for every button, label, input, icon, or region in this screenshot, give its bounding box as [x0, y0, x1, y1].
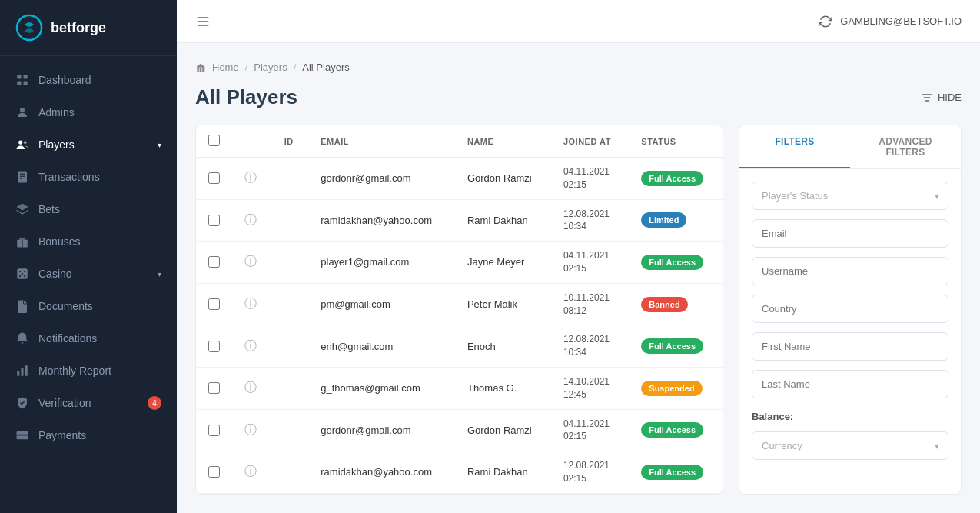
row-checkbox[interactable] [208, 172, 220, 184]
country-input[interactable] [752, 295, 948, 323]
row-checkbox[interactable] [208, 215, 220, 226]
table-row: ⓘ ramidakhan@yahoo.com Rami Dakhan 12.08… [196, 451, 723, 494]
balance-label: Balance: [752, 411, 948, 422]
row-info-cell: ⓘ [232, 367, 272, 409]
row-checkbox[interactable] [208, 425, 220, 436]
row-checkbox[interactable] [208, 256, 220, 268]
row-joined-cell: 12.08.202110:34 [551, 325, 629, 368]
svg-rect-4 [24, 82, 28, 85]
svg-rect-20 [17, 371, 19, 376]
refresh-icon[interactable] [819, 15, 832, 28]
row-info-cell: ⓘ [232, 283, 272, 325]
page-header: All Players HIDE [195, 85, 962, 109]
verification-badge: 4 [148, 396, 161, 410]
svg-point-19 [22, 273, 23, 275]
sidebar-nav: Dashboard Admins Players ▾ Transactions … [0, 56, 177, 513]
sidebar-item-verification[interactable]: Verification 4 [0, 387, 177, 419]
username-input[interactable] [752, 257, 948, 285]
player-status-wrapper: Player's Status Full Access Limited Bann… [752, 182, 948, 210]
row-checkbox[interactable] [208, 341, 220, 352]
sidebar-item-casino[interactable]: Casino ▾ [0, 258, 177, 290]
info-icon[interactable]: ⓘ [244, 465, 257, 478]
info-icon[interactable]: ⓘ [244, 297, 257, 310]
breadcrumb: Home / Players / All Players [195, 62, 962, 73]
sidebar-item-monthly-report[interactable]: Monthly Report [0, 355, 177, 387]
sidebar-item-admins[interactable]: Admins [0, 96, 177, 128]
info-icon[interactable]: ⓘ [244, 171, 257, 184]
row-checkbox[interactable] [208, 298, 220, 310]
sidebar: betforge Dashboard Admins Players ▾ Tran… [0, 0, 177, 513]
row-joined-cell: 10.11.202108:12 [551, 283, 629, 325]
chevron-down-icon: ▾ [158, 270, 161, 278]
row-status-cell: Full Access [629, 409, 723, 451]
page-title: All Players [195, 85, 297, 109]
svg-point-6 [18, 140, 22, 144]
sidebar-logo: betforge [0, 0, 177, 56]
info-icon[interactable]: ⓘ [244, 381, 257, 394]
breadcrumb-players[interactable]: Players [254, 62, 287, 73]
row-status-cell: Full Access [629, 451, 723, 494]
status-badge: Limited [641, 212, 686, 228]
sidebar-item-payments[interactable]: Payments [0, 419, 177, 451]
status-badge: Full Access [641, 171, 703, 186]
info-icon[interactable]: ⓘ [244, 255, 257, 268]
tab-advanced-filters[interactable]: ADVANCED FILTERS [850, 125, 961, 168]
row-name-cell: Enoch [455, 325, 551, 368]
sidebar-item-dashboard[interactable]: Dashboard [0, 64, 177, 96]
status-badge: Suspended [641, 381, 702, 396]
table-row: ⓘ enh@gmail.com Enoch 12.08.202110:34 Fu… [196, 325, 723, 368]
filter-body: Player's Status Full Access Limited Bann… [739, 169, 961, 472]
status-badge: Full Access [641, 465, 703, 480]
sidebar-item-bets[interactable]: Bets [0, 193, 177, 225]
svg-rect-21 [22, 368, 24, 376]
hide-button[interactable]: HIDE [921, 92, 962, 104]
sidebar-label-players: Players [38, 138, 75, 151]
row-joined-cell: 04.11.202102:15 [551, 409, 629, 451]
row-id-cell [272, 451, 308, 494]
row-status-cell: Suspended [629, 367, 723, 409]
gift-icon [15, 235, 29, 248]
sidebar-label-bonuses: Bonuses [38, 235, 80, 248]
last-name-input[interactable] [752, 370, 948, 398]
sidebar-item-notifications[interactable]: Notifications [0, 322, 177, 355]
first-name-input[interactable] [752, 332, 948, 361]
svg-rect-27 [198, 25, 209, 26]
row-status-cell: Full Access [629, 242, 723, 284]
email-input[interactable] [752, 219, 948, 248]
sidebar-item-bonuses[interactable]: Bonuses [0, 225, 177, 258]
status-badge: Full Access [641, 338, 703, 354]
chevron-down-icon: ▾ [158, 141, 161, 149]
tab-filters[interactable]: FILTERS [739, 125, 850, 168]
info-icon[interactable]: ⓘ [244, 339, 257, 352]
player-status-select[interactable]: Player's Status Full Access Limited Bann… [752, 182, 948, 210]
info-icon[interactable]: ⓘ [244, 213, 257, 226]
row-id-cell [272, 493, 308, 495]
row-joined-cell: 04.11.202102:15 [551, 242, 629, 284]
row-checkbox-cell [196, 409, 232, 451]
row-name-cell: Thomas G. [455, 367, 551, 409]
players-table-section: ID EMAIL NAME JOINED AT STATUS ⓘ [195, 125, 723, 495]
row-info-cell: ⓘ [232, 493, 272, 495]
row-checkbox-cell [196, 367, 232, 409]
info-icon[interactable]: ⓘ [244, 423, 257, 436]
row-status-cell: Full Access [629, 158, 723, 200]
menu-icon[interactable] [195, 14, 211, 29]
row-checkbox[interactable] [208, 466, 220, 478]
row-joined-cell: 12.08.202102:15 [551, 451, 629, 494]
row-checkbox[interactable] [208, 382, 220, 394]
sidebar-item-players[interactable]: Players ▾ [0, 128, 177, 161]
row-info-cell: ⓘ [232, 242, 272, 284]
currency-select[interactable]: Currency USD EUR GBP [752, 431, 948, 460]
row-status-cell: Limited [629, 199, 723, 242]
user-email: GAMBLING@BETSOFT.IO [840, 15, 962, 27]
hide-label: HIDE [938, 92, 962, 103]
breadcrumb-home[interactable]: Home [212, 62, 239, 73]
row-name-cell: Peter Malik [455, 283, 551, 325]
bell-icon [15, 331, 29, 345]
row-joined-cell: 14.10.202112:45 [551, 367, 629, 409]
sidebar-item-documents[interactable]: Documents [0, 290, 177, 322]
select-all-checkbox[interactable] [208, 135, 220, 146]
row-info-cell: ⓘ [232, 409, 272, 451]
sidebar-item-transactions[interactable]: Transactions [0, 161, 177, 193]
row-joined-cell: 12.08.202110:34 [551, 199, 629, 242]
